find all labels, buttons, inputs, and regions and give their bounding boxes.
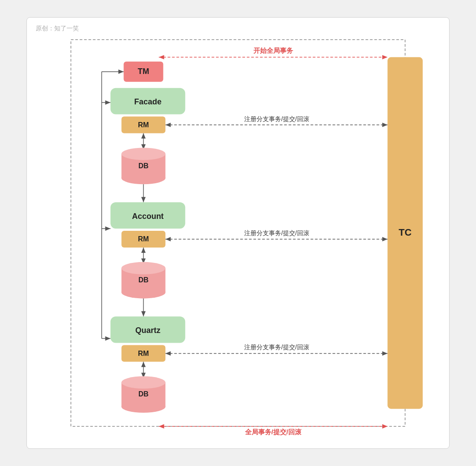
- quartz-rm-arrowhead-left: [165, 351, 171, 355]
- account-to-quartz-arrowhead: [141, 311, 145, 317]
- bracket-account-arrowhead: [105, 226, 111, 231]
- quartz-db-bottom: [122, 400, 166, 413]
- watermark: 原创：知了一笑: [36, 25, 79, 33]
- register-branch-2-label: 注册分支事务/提交/回滚: [244, 229, 309, 237]
- facade-db-bottom: [122, 172, 166, 184]
- quartz-rm-label: RM: [138, 350, 149, 357]
- quartz-label: Quartz: [135, 326, 160, 335]
- register-branch-3-label: 注册分支事务/提交/回滚: [244, 344, 309, 351]
- start-global-tx-label: 开始全局事务: [253, 47, 294, 54]
- quartz-db-label: DB: [138, 390, 149, 398]
- diagram-card: 原创：知了一笑 TC 开始全局事务 TM Facade RM: [26, 17, 450, 449]
- bracket-tm-arrowhead: [119, 70, 124, 74]
- facade-label: Facade: [134, 97, 162, 106]
- global-commit-arrowhead-left: [159, 424, 164, 429]
- account-rm-db-arrowhead-top: [141, 248, 145, 253]
- account-rm-arrowhead-left: [165, 237, 171, 241]
- global-commit-arrowhead-right: [382, 424, 387, 429]
- bracket-quartz-arrowhead: [105, 336, 111, 340]
- bracket-facade-arrowhead: [105, 100, 111, 105]
- facade-db-label: DB: [138, 162, 149, 170]
- page-container: 原创：知了一笑 TC 开始全局事务 TM Facade RM: [0, 0, 476, 466]
- facade-rm-arrowhead-right: [382, 123, 387, 127]
- facade-rm-arrowhead-left: [165, 123, 171, 127]
- account-db-top: [122, 262, 166, 274]
- global-commit-label: 全局事务/提交/回滚: [245, 428, 302, 436]
- register-branch-1-label: 注册分支事务/提交/回滚: [244, 115, 309, 122]
- account-db-label: DB: [138, 276, 149, 284]
- start-tx-arrowhead-left: [159, 55, 164, 59]
- facade-db-top: [122, 148, 166, 160]
- account-rm-arrowhead-right: [382, 237, 387, 241]
- tm-label: TM: [138, 67, 149, 76]
- start-tx-arrowhead-right: [382, 55, 387, 59]
- facade-rm-label: RM: [138, 121, 149, 129]
- quartz-db-top: [122, 376, 166, 388]
- account-rm-label: RM: [138, 235, 149, 243]
- facade-rm-db-arrowhead-top: [141, 133, 145, 138]
- facade-to-account-arrowhead: [141, 197, 145, 202]
- quartz-rm-arrowhead-right: [382, 351, 387, 355]
- tc-label: TC: [399, 227, 412, 238]
- quartz-rm-db-arrowhead-top: [141, 362, 145, 367]
- account-db-bottom: [122, 286, 166, 299]
- account-label: Account: [132, 212, 164, 221]
